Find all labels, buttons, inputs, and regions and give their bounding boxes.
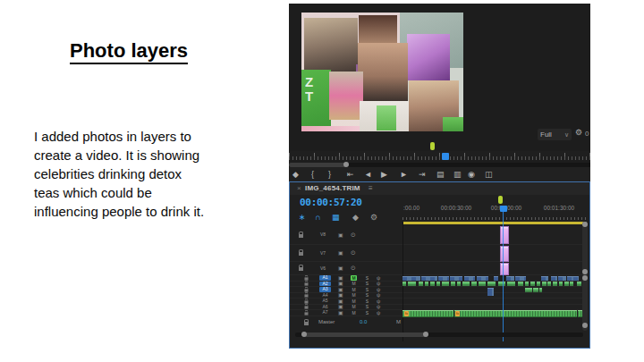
a2-clip[interactable] xyxy=(408,282,416,286)
track-label[interactable]: A1 xyxy=(319,275,331,281)
lock-icon[interactable] xyxy=(304,322,309,325)
export-frame-icon[interactable]: ◉ xyxy=(468,169,475,181)
a2-clip[interactable] xyxy=(442,282,449,286)
a1-clip[interactable] xyxy=(421,276,437,282)
lock-icon[interactable] xyxy=(305,277,309,280)
source-patch-icon[interactable]: ▣ xyxy=(338,265,343,271)
solo-button[interactable]: S xyxy=(364,310,370,316)
vertical-scrollbar-handle[interactable] xyxy=(582,275,588,281)
a3-clip[interactable] xyxy=(539,288,542,292)
solo-button[interactable]: S xyxy=(364,304,370,309)
mute-button[interactable]: M xyxy=(351,304,357,309)
v6-photo-clip[interactable] xyxy=(500,263,509,275)
a1-clip[interactable] xyxy=(551,276,557,282)
source-patch-icon[interactable]: ▣ xyxy=(338,232,343,238)
lock-icon[interactable] xyxy=(305,283,309,286)
a1-clip[interactable] xyxy=(573,276,579,282)
display-settings-wrench-icon[interactable]: ⚙ xyxy=(370,213,377,222)
eye-icon[interactable]: ⊙ xyxy=(351,265,356,272)
a2-clip[interactable] xyxy=(430,282,435,286)
a2-clip[interactable] xyxy=(530,282,535,286)
track-label[interactable]: V8 xyxy=(317,232,329,238)
a3-clip[interactable] xyxy=(533,288,538,292)
a1-clip[interactable] xyxy=(494,276,498,282)
a2-clip[interactable] xyxy=(451,282,455,286)
work-area-bar[interactable] xyxy=(402,222,587,224)
a2-clip[interactable] xyxy=(471,282,477,286)
a2-clip[interactable] xyxy=(570,282,573,286)
master-level-value[interactable]: 0.0 xyxy=(360,319,367,324)
solo-button[interactable]: S xyxy=(364,275,370,281)
vertical-scrollbar-handle[interactable] xyxy=(582,323,588,328)
mic-icon[interactable]: ψ xyxy=(377,299,380,304)
a2-clip[interactable] xyxy=(479,282,486,286)
step-forward-icon[interactable]: ► xyxy=(400,169,408,181)
a2-clip[interactable] xyxy=(518,282,523,286)
mic-icon[interactable]: ψ xyxy=(377,304,380,309)
a2-clip[interactable] xyxy=(436,282,440,286)
track-label[interactable]: V7 xyxy=(317,250,329,257)
v7-photo-clip[interactable] xyxy=(500,246,509,262)
vertical-scrollbar-handle[interactable] xyxy=(582,222,588,227)
solo-button[interactable]: S xyxy=(364,292,370,298)
source-patch-icon[interactable]: ▣ xyxy=(338,309,343,316)
add-marker-icon[interactable]: ◆ xyxy=(292,169,299,181)
extract-icon[interactable]: ▥ xyxy=(453,169,462,181)
a2-clip[interactable] xyxy=(537,282,540,286)
mute-button[interactable]: M xyxy=(351,292,357,298)
eye-icon[interactable]: ⊙ xyxy=(351,231,356,238)
a1-clip[interactable] xyxy=(567,276,573,282)
solo-button[interactable]: S xyxy=(364,287,370,292)
add-marker-icon[interactable]: ◆ xyxy=(352,213,359,222)
track-label[interactable]: A5 xyxy=(319,299,331,304)
a2-clip[interactable] xyxy=(525,282,529,286)
timeline-playhead[interactable] xyxy=(500,206,507,212)
monitor-playhead[interactable] xyxy=(442,153,449,160)
lock-icon[interactable] xyxy=(299,252,303,256)
a1-clip[interactable] xyxy=(464,276,475,282)
a2-clip[interactable] xyxy=(564,282,569,286)
mark-in-icon[interactable]: { xyxy=(311,169,314,181)
vertical-scrollbar-handle[interactable] xyxy=(582,269,588,274)
a1-clip[interactable] xyxy=(541,276,548,282)
sequence-tab[interactable]: IMG_4654.TRIM xyxy=(305,184,360,192)
a2-clip[interactable] xyxy=(553,282,557,286)
vertical-scrollbar[interactable] xyxy=(582,222,588,331)
a2-clip[interactable] xyxy=(402,282,406,286)
close-icon[interactable]: × xyxy=(297,184,301,192)
play-icon[interactable]: ▶ xyxy=(381,169,387,181)
comparison-view-icon[interactable]: ◫ xyxy=(485,169,493,181)
a2-clip[interactable] xyxy=(419,282,423,286)
track-label[interactable]: V6 xyxy=(317,265,329,272)
lock-icon[interactable] xyxy=(305,307,309,309)
mic-icon[interactable]: ψ xyxy=(377,310,380,316)
v8-photo-clip[interactable] xyxy=(500,226,509,244)
a1-clip[interactable] xyxy=(438,276,449,282)
monitor-settings-wrench-icon[interactable]: ⚙ xyxy=(575,128,582,137)
a1-clip[interactable] xyxy=(402,276,420,282)
lock-icon[interactable] xyxy=(305,289,309,291)
mic-icon[interactable]: ψ xyxy=(377,287,380,292)
master-mute-button[interactable]: M xyxy=(396,319,401,324)
mic-icon[interactable]: ψ xyxy=(377,292,380,298)
time-ruler-ticks[interactable] xyxy=(402,212,587,220)
a7-music-clip[interactable] xyxy=(402,310,453,317)
zoom-level-select[interactable]: Full ∨ xyxy=(538,129,572,140)
lock-icon[interactable] xyxy=(299,234,303,238)
panel-menu-icon[interactable]: ≡ xyxy=(369,184,373,192)
playhead-timecode[interactable]: 00:00:57:20 xyxy=(300,197,362,208)
a2-clip[interactable] xyxy=(559,282,563,286)
solo-button[interactable]: S xyxy=(364,299,370,304)
horizontal-scrollbar-thumb[interactable] xyxy=(304,333,426,337)
lock-icon[interactable] xyxy=(305,312,309,315)
a2-clip[interactable] xyxy=(425,282,428,286)
horizontal-scrollbar[interactable] xyxy=(295,333,583,337)
snap-icon[interactable]: ∩ xyxy=(315,213,320,222)
nest-toggle-icon[interactable]: ∗ xyxy=(299,213,306,222)
a1-clip[interactable] xyxy=(515,276,526,282)
timeline-marker[interactable] xyxy=(498,196,503,204)
a2-clip[interactable] xyxy=(507,282,515,286)
a1-clip[interactable] xyxy=(558,276,566,282)
mute-button[interactable]: M xyxy=(351,281,357,286)
a1-clip[interactable] xyxy=(506,276,514,282)
